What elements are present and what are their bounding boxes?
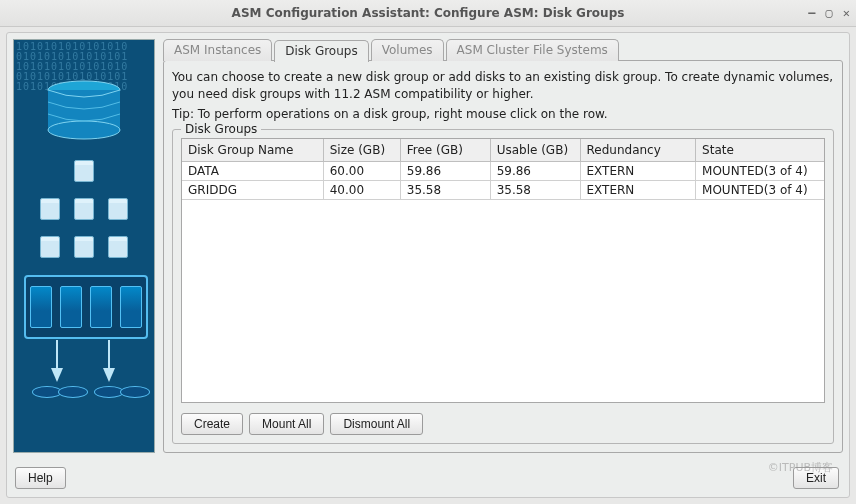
dismount-all-button[interactable]: Dismount All <box>330 413 423 435</box>
col-header-free[interactable]: Free (GB) <box>400 139 490 162</box>
groupbox-title: Disk Groups <box>181 122 261 136</box>
tab-disk-groups[interactable]: Disk Groups <box>274 40 368 62</box>
tab-asm-cluster-fs[interactable]: ASM Cluster File Systems <box>446 39 619 61</box>
cell-redundancy: EXTERN <box>580 180 696 199</box>
disk-icon <box>120 386 150 398</box>
disk-icon <box>58 386 88 398</box>
cell-name: GRIDDG <box>182 180 323 199</box>
cell-size: 60.00 <box>323 161 400 180</box>
disk-groups-table-container: Disk Group Name Size (GB) Free (GB) Usab… <box>181 138 825 403</box>
server-node-icon <box>74 198 94 220</box>
disk-groups-groupbox: Disk Groups Disk Group Name Size (GB) <box>172 129 834 444</box>
close-icon[interactable]: ✕ <box>843 6 850 20</box>
svg-point-2 <box>48 121 120 139</box>
cell-redundancy: EXTERN <box>580 161 696 180</box>
server-node-icon <box>40 198 60 220</box>
cell-state: MOUNTED(3 of 4) <box>696 161 824 180</box>
cell-size: 40.00 <box>323 180 400 199</box>
tab-content: You can choose to create a new disk grou… <box>163 60 843 453</box>
disk-groups-table[interactable]: Disk Group Name Size (GB) Free (GB) Usab… <box>182 139 824 200</box>
window-title: ASM Configuration Assistant: Configure A… <box>232 6 625 20</box>
col-header-state[interactable]: State <box>696 139 824 162</box>
description-text: You can choose to create a new disk grou… <box>172 69 834 103</box>
table-row[interactable]: DATA 60.00 59.86 59.86 EXTERN MOUNTED(3 … <box>182 161 824 180</box>
exit-button[interactable]: Exit <box>793 467 839 489</box>
col-header-redundancy[interactable]: Redundancy <box>580 139 696 162</box>
arrow-down-icon <box>51 368 63 382</box>
col-header-usable[interactable]: Usable (GB) <box>490 139 580 162</box>
server-node-icon <box>108 198 128 220</box>
tab-volumes[interactable]: Volumes <box>371 39 444 61</box>
cell-free: 35.58 <box>400 180 490 199</box>
database-cylinder-icon <box>44 80 124 150</box>
minimize-icon[interactable]: — <box>808 6 815 20</box>
create-button[interactable]: Create <box>181 413 243 435</box>
tab-bar: ASM Instances Disk Groups Volumes ASM Cl… <box>163 39 843 61</box>
wizard-graphic: 1010101010101010 0101010101010101 101010… <box>13 39 155 453</box>
arrow-down-icon <box>103 368 115 382</box>
tip-text: Tip: To perform operations on a disk gro… <box>172 107 834 121</box>
col-header-name[interactable]: Disk Group Name <box>182 139 323 162</box>
col-header-size[interactable]: Size (GB) <box>323 139 400 162</box>
cell-state: MOUNTED(3 of 4) <box>696 180 824 199</box>
cell-usable: 35.58 <box>490 180 580 199</box>
cell-usable: 59.86 <box>490 161 580 180</box>
server-node-icon <box>74 160 94 182</box>
mount-all-button[interactable]: Mount All <box>249 413 324 435</box>
tab-asm-instances[interactable]: ASM Instances <box>163 39 272 61</box>
cell-name: DATA <box>182 161 323 180</box>
help-button[interactable]: Help <box>15 467 66 489</box>
table-row[interactable]: GRIDDG 40.00 35.58 35.58 EXTERN MOUNTED(… <box>182 180 824 199</box>
window-client: 1010101010101010 0101010101010101 101010… <box>6 32 850 498</box>
server-node-icon <box>108 236 128 258</box>
maximize-icon[interactable]: ▢ <box>826 6 833 20</box>
disk-shelf-icon <box>24 275 148 339</box>
cell-free: 59.86 <box>400 161 490 180</box>
server-node-icon <box>74 236 94 258</box>
server-node-icon <box>40 236 60 258</box>
table-header-row: Disk Group Name Size (GB) Free (GB) Usab… <box>182 139 824 162</box>
window-titlebar: ASM Configuration Assistant: Configure A… <box>0 0 856 27</box>
